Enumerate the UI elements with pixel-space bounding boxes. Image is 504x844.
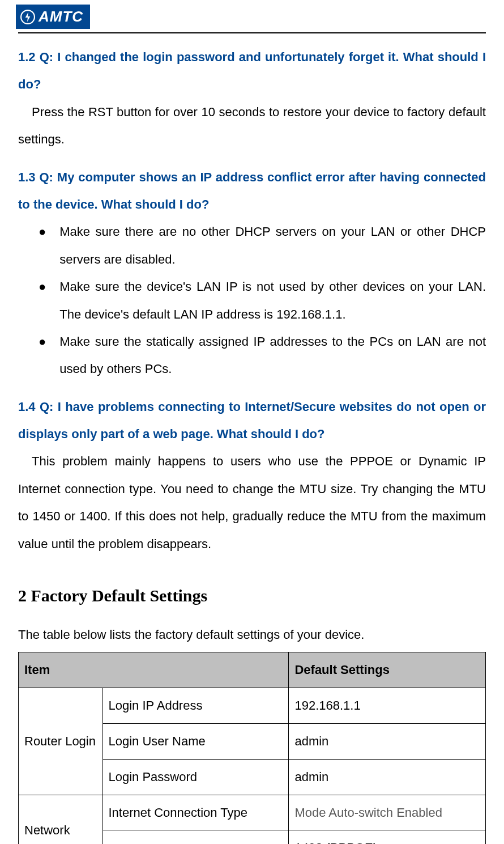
cell-value: 192.168.1.1	[289, 688, 486, 724]
page-content: 1.2 Q: I changed the login password and …	[0, 33, 504, 844]
cell-key: Login User Name	[102, 724, 289, 760]
faq-q14-question: 1.4 Q: I have problems connecting to Int…	[18, 393, 486, 448]
bullet-text: Make sure there are no other DHCP server…	[59, 218, 486, 273]
bullet-icon: ●	[39, 273, 59, 328]
section-2-intro: The table below lists the factory defaul…	[18, 621, 486, 648]
cell-key: MTU	[102, 830, 289, 844]
bullet-text: Make sure the device's LAN IP is not use…	[59, 273, 486, 328]
group-router-login: Router Login	[19, 688, 103, 795]
mtu-pppoe: 1492 (PPPOE)	[294, 836, 480, 844]
list-item: ● Make sure there are no other DHCP serv…	[39, 218, 486, 273]
cell-value: admin	[289, 759, 486, 795]
table-row: Router Login Login IP Address 192.168.1.…	[19, 688, 486, 724]
header-item: Item	[19, 652, 289, 688]
cell-value: 1492 (PPPOE) 1500 (DHCP/ Static IP)	[289, 830, 486, 844]
cell-key: Login Password	[102, 759, 289, 795]
cell-value: Mode Auto-switch Enabled	[289, 795, 486, 830]
bullet-icon: ●	[39, 328, 59, 383]
faq-q12-question: 1.2 Q: I changed the login password and …	[18, 44, 486, 99]
list-item: ● Make sure the device's LAN IP is not u…	[39, 273, 486, 328]
list-item: ● Make sure the statically assigned IP a…	[39, 328, 486, 383]
bullet-text: Make sure the statically assigned IP add…	[59, 328, 486, 383]
brand-logo: AMTC	[16, 5, 90, 29]
lightning-icon	[20, 10, 35, 24]
section-2-heading: 2 Factory Default Settings	[18, 586, 486, 605]
faq-q14-answer: This problem mainly happens to users who…	[18, 448, 486, 558]
faq-q13-question: 1.3 Q: My computer shows an IP address c…	[18, 164, 486, 219]
table-row: Network Settings Internet Connection Typ…	[19, 795, 486, 830]
cell-key: Login IP Address	[102, 688, 289, 724]
header-default: Default Settings	[289, 652, 486, 688]
bullet-icon: ●	[39, 218, 59, 273]
cell-value: admin	[289, 724, 486, 760]
group-network-settings: Network Settings	[19, 795, 103, 844]
brand-name: AMTC	[39, 8, 83, 26]
table-header-row: Item Default Settings	[19, 652, 486, 688]
cell-key: Internet Connection Type	[102, 795, 289, 830]
default-settings-table: Item Default Settings Router Login Login…	[18, 652, 486, 844]
faq-q12-answer: Press the RST button for over 10 seconds…	[18, 99, 486, 154]
faq-q13-bullets: ● Make sure there are no other DHCP serv…	[18, 218, 486, 383]
